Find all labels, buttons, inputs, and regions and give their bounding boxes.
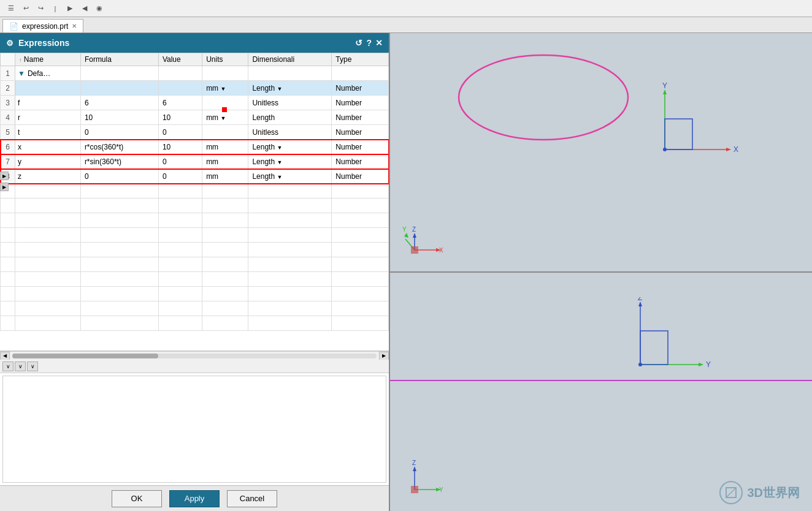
row-units[interactable] (202, 66, 248, 81)
expand-arrow-2[interactable]: ▶ (0, 183, 9, 191)
menu-icon[interactable]: ☰ (5, 2, 17, 15)
col-header-formula[interactable]: Formula (80, 53, 158, 66)
col-header-name[interactable]: ↑ Name (15, 53, 81, 66)
scroll-left-arrow[interactable]: ◀ (0, 352, 10, 360)
cancel-button[interactable]: Cancel (227, 490, 277, 507)
panel-refresh-icon[interactable]: ↺ (355, 38, 362, 48)
svg-point-8 (459, 55, 628, 140)
row-units[interactable]: mm (202, 140, 248, 154)
row-name[interactable]: x (15, 140, 81, 154)
row-name[interactable]: z (15, 169, 81, 184)
row-units[interactable]: mm ▼ (202, 81, 248, 96)
row-formula[interactable]: 0 (80, 125, 158, 140)
table-row[interactable]: 7yr*sin(360*t)0mmLength ▼Number (1, 154, 389, 169)
toolbar-btn-1[interactable]: ∨ (2, 361, 13, 371)
row-dimensionality[interactable]: Length ▼ (248, 154, 332, 169)
row-formula[interactable]: 10 (80, 110, 158, 125)
panel-help-icon[interactable]: ? (366, 38, 372, 48)
empty-row (1, 228, 389, 243)
toolbar-btn-3[interactable]: ∨ (27, 361, 38, 371)
row-formula[interactable]: r*sin(360*t) (80, 154, 158, 169)
horizontal-scrollbar[interactable]: ◀ ▶ (0, 351, 389, 360)
svg-rect-33 (411, 486, 418, 493)
watermark: 3D世界网 (719, 480, 800, 505)
row-name[interactable]: f (15, 96, 81, 110)
row-name[interactable]: t (15, 125, 81, 140)
row-number: 7 (1, 154, 15, 169)
row-name[interactable] (15, 81, 81, 96)
col-header-type[interactable]: Type (332, 53, 389, 66)
row-units[interactable] (202, 125, 248, 140)
row-name[interactable]: r (15, 110, 81, 125)
svg-text:Y: Y (662, 82, 667, 90)
col-header-units[interactable]: Units (202, 53, 248, 66)
svg-text:Y: Y (439, 486, 443, 493)
forward-icon[interactable]: ▶ (64, 2, 76, 15)
table-row[interactable]: 2mm ▼Length ▼Number (1, 81, 389, 96)
scroll-right-arrow[interactable]: ▶ (379, 352, 389, 360)
row-type: Number (332, 110, 389, 125)
row-type: Number (332, 154, 389, 169)
table-row[interactable]: 3f66UnitlessNumber (1, 96, 389, 110)
side-arrows: ▶ ▶ (0, 172, 9, 191)
svg-text:Z: Z (638, 297, 642, 302)
red-indicator (222, 107, 227, 112)
col-header-value[interactable]: Value (158, 53, 202, 66)
table-container[interactable]: ↑ Name Formula Value Units Dimensionali … (0, 53, 389, 351)
row-units[interactable]: mm (202, 154, 248, 169)
panel-settings-icon[interactable]: ⚙ (6, 39, 13, 48)
row-formula[interactable] (80, 81, 158, 96)
back-icon[interactable]: ◀ (79, 2, 91, 15)
scrollbar-thumb[interactable] (12, 354, 158, 358)
row-dimensionality[interactable]: Length ▼ (248, 169, 332, 184)
svg-point-26 (638, 363, 642, 366)
row-dimensionality[interactable]: Length (248, 110, 332, 125)
undo-icon[interactable]: ↩ (20, 2, 32, 15)
watermark-text: 3D世界网 (747, 485, 800, 501)
row-dimensionality[interactable] (248, 66, 332, 81)
table-row[interactable]: 4r1010mm ▼LengthNumber (1, 110, 389, 125)
table-row[interactable]: 8z00mmLength ▼Number (1, 169, 389, 184)
panel-header: ⚙ Expressions ↺ ? ✕ (0, 33, 389, 53)
row-name[interactable]: y (15, 154, 81, 169)
redo-icon[interactable]: ↪ (34, 2, 47, 15)
table-row[interactable]: 5t00UnitlessNumber (1, 125, 389, 140)
ok-button[interactable]: OK (112, 490, 162, 507)
row-formula[interactable]: 6 (80, 96, 158, 110)
svg-text:Y: Y (402, 226, 407, 233)
table-row[interactable]: 6xr*cos(360*t)10mmLength ▼Number (1, 140, 389, 154)
row-units[interactable]: mm ▼ (202, 110, 248, 125)
panel-header-icons: ↺ ? ✕ (355, 38, 383, 48)
row-formula[interactable]: 0 (80, 169, 158, 184)
expand-arrow-1[interactable]: ▶ (0, 172, 9, 180)
row-units[interactable]: mm (202, 169, 248, 184)
empty-row (1, 301, 389, 316)
panel-title: Expressions (18, 38, 350, 48)
row-dimensionality[interactable]: Unitless (248, 96, 332, 110)
formula-text-area[interactable] (2, 376, 386, 483)
axes-indicator-bottom: Z Y (402, 459, 445, 502)
col-header-dimensionality[interactable]: Dimensionali (248, 53, 332, 66)
row-formula[interactable]: r*cos(360*t) (80, 140, 158, 154)
tab-bar: 📄 expression.prt ✕ (0, 17, 812, 33)
row-type: Number (332, 81, 389, 96)
row-dimensionality[interactable]: Length ▼ (248, 140, 332, 154)
record-icon[interactable]: ◉ (93, 2, 105, 15)
row-type: Number (332, 140, 389, 154)
toolbar-btn-2[interactable]: ∨ (15, 361, 26, 371)
apply-button[interactable]: Apply (169, 490, 220, 507)
row-dimensionality[interactable]: Length ▼ (248, 81, 332, 96)
panel-close-icon[interactable]: ✕ (375, 38, 383, 48)
empty-row (1, 257, 389, 272)
expand-row-icon[interactable]: ▼ (18, 69, 25, 78)
tab-close-icon[interactable]: ✕ (72, 23, 77, 29)
scrollbar-track[interactable] (12, 354, 377, 358)
table-row[interactable]: 1▼Defa… (1, 66, 389, 81)
row-name[interactable]: ▼Defa… (15, 66, 81, 81)
row-formula[interactable] (80, 66, 158, 81)
svg-text:X: X (733, 145, 738, 154)
row-dimensionality[interactable]: Unitless (248, 125, 332, 140)
expression-tab[interactable]: 📄 expression.prt ✕ (2, 19, 83, 32)
svg-text:Y: Y (706, 360, 711, 369)
svg-rect-6 (665, 119, 692, 150)
